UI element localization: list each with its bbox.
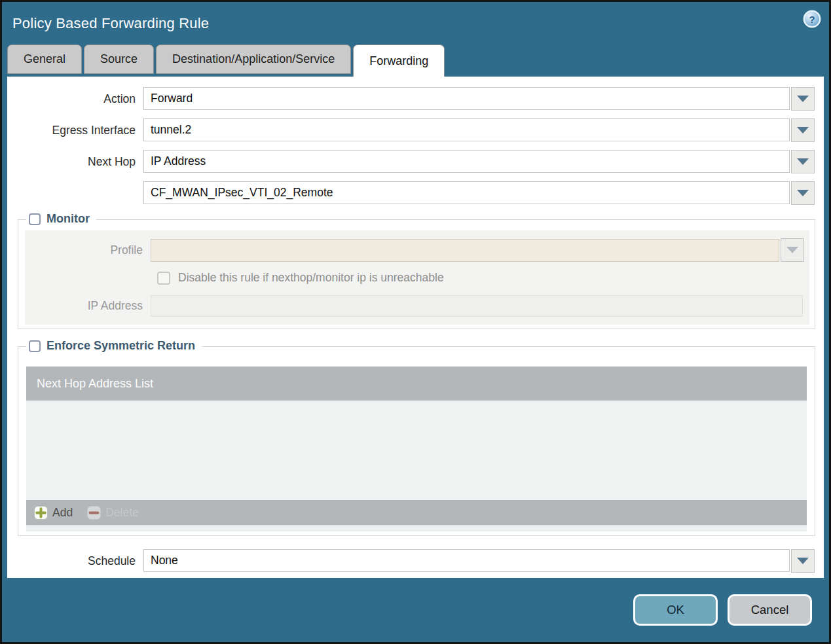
next-hop-address-list-toolbar: Add Delete [26,500,807,525]
forwarding-tab-panel: Action Forward Egress Interface tunnel.2… [7,77,824,578]
table-scrollbar-track[interactable] [26,525,807,531]
schedule-label: Schedule [7,554,143,568]
enforce-symmetric-return-label: Enforce Symmetric Return [46,339,195,353]
chevron-down-icon [797,158,809,165]
minus-icon [87,506,101,520]
disable-rule-checkbox [157,272,170,285]
next-hop-address-dropdown-button[interactable] [791,181,815,205]
add-button-label: Add [52,506,73,520]
next-hop-address-list-header: Next Hop Address List [26,367,807,401]
monitor-ip-address-row: IP Address [25,295,804,317]
chevron-down-icon [797,96,809,102]
chevron-down-icon [797,558,809,564]
schedule-select[interactable]: None [143,549,790,572]
enforce-symmetric-return-section: Enforce Symmetric Return Next Hop Addres… [18,346,815,536]
monitor-ip-address-label: IP Address [25,299,151,313]
dialog-title: Policy Based Forwarding Rule [12,15,209,32]
enforce-symmetric-return-legend: Enforce Symmetric Return [26,339,202,353]
action-select[interactable]: Forward [143,87,790,110]
svg-text:?: ? [809,14,815,25]
next-hop-address-list-body[interactable] [26,401,807,500]
next-hop-type-select[interactable]: IP Address [143,150,790,173]
action-label: Action [7,92,143,106]
profile-select [151,239,779,262]
schedule-row: Schedule None [7,549,824,573]
policy-based-forwarding-dialog: Policy Based Forwarding Rule ? General S… [0,0,831,644]
enforce-symmetric-return-checkbox[interactable] [29,340,41,352]
tab-general[interactable]: General [7,45,82,74]
action-row: Action Forward [7,87,824,111]
help-icon[interactable]: ? [803,10,821,28]
monitor-panel: Profile Disable this rule if nexthop/mon… [25,230,809,325]
dialog-footer: OK Cancel [2,578,829,642]
egress-interface-select[interactable]: tunnel.2 [143,118,790,141]
profile-dropdown-button [781,238,804,262]
next-hop-type-dropdown-button[interactable] [791,150,815,173]
dialog-titlebar: Policy Based Forwarding Rule ? [2,2,829,45]
next-hop-address-row: CF_MWAN_IPsec_VTI_02_Remote [7,181,824,205]
next-hop-row: Next Hop IP Address [7,150,824,173]
delete-button-label: Delete [105,506,139,520]
egress-interface-label: Egress Interface [7,124,143,137]
next-hop-label: Next Hop [7,155,143,169]
tab-source[interactable]: Source [84,45,154,74]
disable-rule-row: Disable this rule if nexthop/monitor ip … [25,262,804,294]
chevron-down-icon [797,127,809,134]
disable-rule-label: Disable this rule if nexthop/monitor ip … [178,271,444,285]
schedule-dropdown-button[interactable] [791,549,815,573]
chevron-down-icon [797,190,809,196]
next-hop-address-list-table: Next Hop Address List Add [26,367,807,531]
monitor-legend: Monitor [26,212,96,226]
chevron-down-icon [786,247,798,253]
egress-interface-row: Egress Interface tunnel.2 [7,118,824,142]
tab-forwarding[interactable]: Forwarding [353,45,445,77]
egress-interface-dropdown-button[interactable] [791,118,815,142]
monitor-checkbox[interactable] [29,213,41,225]
monitor-ip-address-input [151,295,803,317]
delete-button: Delete [87,506,139,520]
cancel-button[interactable]: Cancel [728,594,812,626]
tab-destination-application-service[interactable]: Destination/Application/Service [156,45,351,74]
plus-icon [34,506,48,520]
ok-button[interactable]: OK [633,594,718,626]
profile-label: Profile [25,243,151,257]
monitor-section-label: Monitor [46,212,90,226]
profile-row: Profile [25,238,804,262]
tab-bar: General Source Destination/Application/S… [2,45,829,77]
monitor-section: Monitor Profile Disable this rule if nex… [18,219,815,329]
action-dropdown-button[interactable] [791,87,815,111]
next-hop-address-select[interactable]: CF_MWAN_IPsec_VTI_02_Remote [143,181,790,204]
add-button[interactable]: Add [34,506,73,520]
